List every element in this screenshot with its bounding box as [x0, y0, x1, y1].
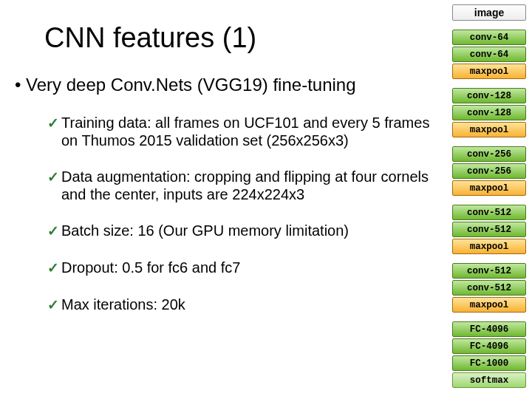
layer-conv: conv-64 [452, 47, 526, 62]
check-icon: ✓ [47, 223, 59, 239]
bullet-text: Data augmentation: cropping and flipping… [61, 168, 445, 203]
arch-group-1: conv-64 conv-64 maxpool [452, 30, 526, 79]
bullet-text: Max iterations: 20k [61, 296, 185, 314]
check-icon: ✓ [47, 260, 59, 276]
layer-maxpool: maxpool [452, 122, 526, 137]
check-icon: ✓ [47, 169, 59, 185]
layer-conv: conv-512 [452, 222, 526, 237]
content-area: CNN features (1) Very deep Conv.Nets (VG… [0, 0, 452, 399]
layer-conv: conv-128 [452, 88, 526, 103]
layer-conv: conv-512 [452, 280, 526, 296]
bullet-dropout: ✓ Dropout: 0.5 for fc6 and fc7 [47, 259, 445, 277]
arch-group-3: conv-256 conv-256 maxpool [452, 146, 526, 196]
check-icon: ✓ [47, 115, 59, 132]
layer-maxpool: maxpool [452, 180, 526, 196]
main-bullet: Very deep Conv.Nets (VGG19) fine-tuning [15, 75, 445, 95]
arch-group-5: conv-512 conv-512 maxpool [452, 263, 526, 313]
bullet-text: Batch size: 16 (Our GPU memory limitatio… [61, 222, 349, 240]
layer-maxpool: maxpool [452, 64, 526, 79]
layer-conv: conv-512 [452, 205, 526, 220]
arch-group-input: image [452, 4, 526, 21]
layer-image: image [452, 4, 526, 21]
bullet-training-data: ✓ Training data: all frames on UCF101 an… [47, 115, 445, 149]
bullet-text: Training data: all frames on UCF101 and … [61, 115, 445, 149]
arch-group-4: conv-512 conv-512 maxpool [452, 205, 526, 254]
layer-fc: FC-4096 [452, 321, 526, 337]
layer-conv: conv-512 [452, 263, 526, 279]
layer-maxpool: maxpool [452, 297, 526, 313]
layer-conv: conv-64 [452, 30, 526, 45]
layer-fc: FC-1000 [452, 355, 526, 371]
slide: CNN features (1) Very deep Conv.Nets (VG… [0, 0, 532, 399]
layer-fc: FC-4096 [452, 338, 526, 354]
slide-title: CNN features (1) [44, 22, 445, 54]
bullet-data-augmentation: ✓ Data augmentation: cropping and flippi… [47, 168, 445, 203]
bullet-batch-size: ✓ Batch size: 16 (Our GPU memory limitat… [47, 222, 445, 240]
bullet-max-iterations: ✓ Max iterations: 20k [47, 296, 445, 314]
layer-conv: conv-256 [452, 163, 526, 179]
arch-group-2: conv-128 conv-128 maxpool [452, 88, 526, 137]
layer-softmax: softmax [452, 372, 526, 388]
arch-group-fc: FC-4096 FC-4096 FC-1000 softmax [452, 321, 526, 388]
sub-bullet-list: ✓ Training data: all frames on UCF101 an… [47, 115, 445, 313]
layer-conv: conv-256 [452, 146, 526, 162]
bullet-text: Dropout: 0.5 for fc6 and fc7 [61, 259, 240, 277]
layer-maxpool: maxpool [452, 239, 526, 254]
architecture-diagram: image conv-64 conv-64 maxpool conv-128 c… [452, 0, 532, 399]
layer-conv: conv-128 [452, 105, 526, 120]
check-icon: ✓ [47, 297, 59, 313]
